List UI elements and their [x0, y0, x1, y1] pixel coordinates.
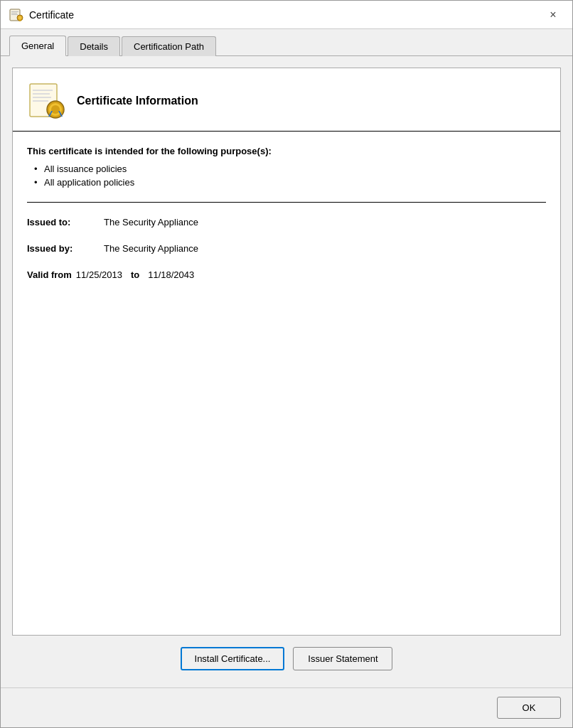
cert-body: This certificate is intended for the fol…	[13, 132, 560, 635]
tab-content: Certificate Information This certificate…	[1, 56, 572, 687]
title-bar-left: Certificate	[9, 8, 74, 22]
svg-point-5	[18, 16, 22, 19]
issued-by-value: The Security Appliance	[104, 243, 198, 254]
issued-by-label: Issued by:	[27, 243, 98, 254]
cert-issued-by: Issued by: The Security Appliance	[27, 243, 546, 254]
cert-divider	[27, 202, 546, 203]
svg-rect-1	[11, 11, 18, 12]
tab-bar: General Details Certification Path	[1, 29, 572, 56]
cert-purpose-list: All issuance policies All application po…	[27, 164, 546, 188]
install-certificate-button[interactable]: Install Certificate...	[181, 647, 285, 670]
issuer-statement-button[interactable]: Issuer Statement	[293, 647, 392, 670]
cert-valid-dates: Valid from 11/25/2013 to 11/18/2043	[27, 269, 546, 280]
svg-rect-2	[11, 13, 17, 14]
valid-from-label: Valid from	[27, 269, 72, 280]
list-item: All application policies	[34, 177, 546, 188]
svg-rect-9	[33, 93, 50, 95]
cert-heading: Certificate Information	[77, 95, 198, 107]
list-item: All issuance policies	[34, 164, 546, 174]
svg-rect-10	[33, 97, 51, 98]
svg-rect-11	[33, 100, 48, 102]
valid-to-word: to	[131, 269, 139, 280]
close-button[interactable]: ×	[542, 6, 564, 23]
certificate-window: Certificate × General Details Certificat…	[0, 0, 573, 728]
svg-rect-8	[33, 90, 53, 91]
cert-purpose-section: This certificate is intended for the fol…	[27, 146, 546, 188]
issued-to-label: Issued to:	[27, 217, 98, 228]
title-bar: Certificate ×	[1, 1, 572, 29]
svg-rect-3	[11, 14, 18, 15]
tab-cert-path[interactable]: Certification Path	[122, 36, 216, 56]
tab-general[interactable]: General	[9, 36, 66, 56]
cert-header: Certificate Information	[13, 68, 560, 132]
cert-purpose-heading: This certificate is intended for the fol…	[27, 146, 546, 156]
cert-issued-to: Issued to: The Security Appliance	[27, 217, 546, 228]
bottom-bar: OK	[1, 687, 572, 727]
svg-rect-6	[19, 20, 21, 21]
cert-action-buttons: Install Certificate... Issuer Statement	[12, 636, 561, 676]
ok-button[interactable]: OK	[497, 697, 561, 719]
certificate-icon	[27, 81, 67, 121]
window-title: Certificate	[29, 9, 74, 21]
valid-to-date: 11/18/2043	[148, 269, 194, 280]
cert-panel: Certificate Information This certificate…	[12, 68, 561, 636]
window-icon	[9, 8, 23, 22]
issued-to-value: The Security Appliance	[104, 217, 198, 228]
valid-from-date: 11/25/2013	[76, 269, 122, 280]
tab-details[interactable]: Details	[68, 36, 120, 56]
svg-point-14	[51, 105, 60, 114]
